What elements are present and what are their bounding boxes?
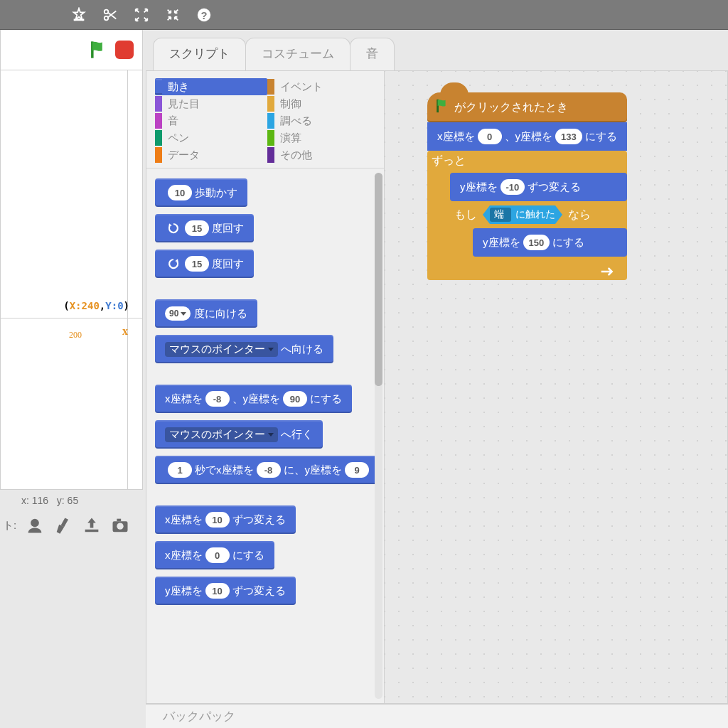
category-sensing[interactable]: 調べる [267, 112, 380, 129]
block-point-towards[interactable]: マウスのポインター へ向ける [155, 335, 333, 363]
stamp-icon[interactable] [71, 7, 87, 23]
rotate-ccw-icon [165, 255, 182, 272]
category-more[interactable]: その他 [267, 146, 380, 164]
help-icon[interactable]: ? [196, 7, 212, 23]
script-stack[interactable]: がクリックされたとき x座標を0、y座標を133にする ずっと y座標を-10ず… [427, 92, 627, 280]
tab-scripts[interactable]: スクリプト [153, 38, 246, 70]
block-move-steps[interactable]: 10歩動かす [155, 178, 247, 207]
sprite-library-icon[interactable] [25, 515, 45, 535]
paint-sprite-icon[interactable] [53, 515, 73, 535]
grow-icon[interactable] [134, 7, 149, 23]
green-flag-icon [434, 98, 450, 117]
left-column: (X:240,Y:0) 200 x x: 116 y: 65 ト: [0, 30, 146, 728]
top-toolbar: ? [0, 0, 728, 30]
svg-rect-8 [117, 519, 122, 522]
block-goto-xy-script[interactable]: x座標を0、y座標を133にする [427, 122, 627, 151]
sprite-tools-label: ト: [3, 519, 16, 532]
block-change-x[interactable]: x座標を10ずつ変える [155, 505, 296, 534]
category-looks[interactable]: 見た目 [155, 95, 267, 112]
stage-header [0, 30, 143, 70]
mouse-position: x: 116 y: 65 [0, 490, 146, 511]
block-if[interactable]: もし端に触れたなら y座標を150にする [450, 203, 627, 267]
axis-label-x: x [122, 325, 128, 338]
block-goto[interactable]: マウスのポインター へ行く [155, 420, 323, 449]
block-set-x[interactable]: x座標を0にする [155, 541, 274, 569]
script-area[interactable]: がクリックされたとき x座標を0、y座標を133にする ずっと y座標を-10ず… [385, 71, 727, 703]
block-goto-xy[interactable]: x座標を-8、y座標を90にする [155, 385, 352, 413]
category-control[interactable]: 制御 [267, 95, 380, 112]
shrink-icon[interactable] [165, 7, 181, 23]
block-glide[interactable]: 1秒でx座標を-8に、y座標を9 [155, 456, 382, 484]
category-data[interactable]: データ [155, 146, 267, 164]
block-touching[interactable]: 端に触れた [483, 205, 562, 224]
category-operators[interactable]: 演算 [267, 129, 380, 146]
tab-costumes[interactable]: コスチューム [245, 38, 350, 70]
block-palette: 動き イベント 見た目 制御 音 調べる ペン 演算 データ その他 10歩動か… [146, 71, 385, 703]
category-events[interactable]: イベント [267, 78, 380, 95]
stage-canvas[interactable]: (X:240,Y:0) 200 x [0, 70, 143, 490]
block-change-y[interactable]: y座標を10ずつ変える [155, 577, 296, 605]
stage-crosshair-label: (X:240,Y:0) [63, 300, 129, 311]
block-change-y-script[interactable]: y座標を-10ずつ変える [450, 173, 627, 201]
sprite-toolbar: ト: [0, 511, 146, 540]
upload-sprite-icon[interactable] [82, 515, 102, 535]
svg-point-5 [31, 519, 39, 528]
block-turn-ccw[interactable]: 15度回す [155, 250, 254, 278]
category-motion[interactable]: 動き [155, 78, 267, 95]
tab-sounds[interactable]: 音 [350, 38, 395, 70]
green-flag-icon[interactable] [88, 40, 108, 60]
block-when-flag-clicked[interactable]: がクリックされたとき [427, 92, 627, 122]
stop-icon[interactable] [115, 41, 134, 59]
svg-rect-0 [74, 18, 85, 21]
block-turn-cw[interactable]: 15度回す [155, 214, 254, 242]
category-sound[interactable]: 音 [155, 112, 267, 129]
scissors-icon[interactable] [102, 7, 118, 23]
rotate-cw-icon [165, 220, 182, 237]
block-point-direction[interactable]: 90 度に向ける [155, 299, 257, 328]
block-forever[interactable]: ずっと y座標を-10ずつ変える もし端に触れたなら y座標を150にする [427, 151, 627, 280]
loop-arrow-icon [427, 267, 627, 279]
block-set-y-script[interactable]: y座標を150にする [473, 228, 627, 257]
editor-tabs: スクリプト コスチューム 音 [146, 38, 728, 70]
svg-text:?: ? [201, 9, 208, 21]
category-pen[interactable]: ペン [155, 129, 267, 146]
camera-sprite-icon[interactable] [110, 515, 130, 535]
palette-scrollbar[interactable] [375, 173, 382, 699]
axis-tick-200: 200 [69, 330, 82, 341]
svg-point-7 [117, 523, 124, 530]
category-selector: 動き イベント 見た目 制御 音 調べる ペン 演算 データ その他 [146, 71, 384, 168]
backpack-header[interactable]: バックパック [146, 704, 728, 728]
